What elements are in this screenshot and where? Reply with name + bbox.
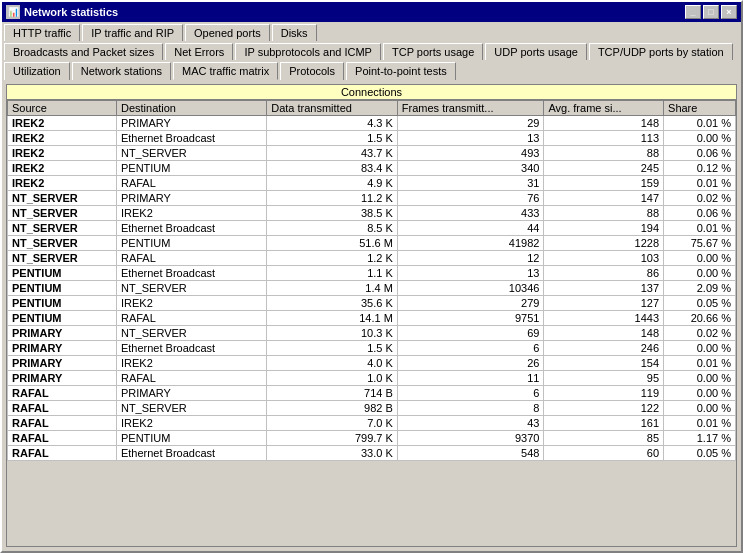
cell-source: NT_SERVER <box>8 206 117 221</box>
cell-frames: 8 <box>397 401 544 416</box>
cell-frames: 29 <box>397 116 544 131</box>
table-row: PENTIUMIREK235.6 K2791270.05 % <box>8 296 736 311</box>
cell-destination: Ethernet Broadcast <box>116 266 266 281</box>
cell-destination: NT_SERVER <box>116 326 266 341</box>
tab-network-stations[interactable]: Network stations <box>72 62 171 80</box>
cell-source: RAFAL <box>8 386 117 401</box>
tabs-row-2: Broadcasts and Packet sizes Net Errors I… <box>2 41 741 60</box>
cell-data: 1.2 K <box>267 251 398 266</box>
tab-tcp-ports-usage[interactable]: TCP ports usage <box>383 43 483 60</box>
table-row: RAFALPENTIUM799.7 K9370851.17 % <box>8 431 736 446</box>
cell-avg: 159 <box>544 176 664 191</box>
close-button[interactable]: × <box>721 5 737 19</box>
tabs-row-3: Utilization Network stations MAC traffic… <box>2 60 741 80</box>
tab-protocols[interactable]: Protocols <box>280 62 344 80</box>
cell-source: IREK2 <box>8 161 117 176</box>
maximize-button[interactable]: □ <box>703 5 719 19</box>
cell-destination: Ethernet Broadcast <box>116 131 266 146</box>
cell-frames: 6 <box>397 386 544 401</box>
cell-frames: 31 <box>397 176 544 191</box>
cell-source: RAFAL <box>8 401 117 416</box>
cell-frames: 44 <box>397 221 544 236</box>
title-bar: 📊 Network statistics _ □ × <box>2 2 741 22</box>
cell-destination: IREK2 <box>116 296 266 311</box>
cell-destination: NT_SERVER <box>116 281 266 296</box>
minimize-button[interactable]: _ <box>685 5 701 19</box>
cell-frames: 13 <box>397 131 544 146</box>
tab-ip-traffic-rip[interactable]: IP traffic and RIP <box>82 24 183 41</box>
table-row: RAFALNT_SERVER982 B81220.00 % <box>8 401 736 416</box>
cell-share: 0.05 % <box>664 446 736 461</box>
table-row: IREK2Ethernet Broadcast1.5 K131130.00 % <box>8 131 736 146</box>
cell-avg: 88 <box>544 206 664 221</box>
content-area: Connections Source Destination Data tran… <box>2 80 741 551</box>
tab-tcp-udp-ports-station[interactable]: TCP/UDP ports by station <box>589 43 733 60</box>
cell-destination: Ethernet Broadcast <box>116 446 266 461</box>
cell-destination: PENTIUM <box>116 161 266 176</box>
cell-data: 1.4 M <box>267 281 398 296</box>
cell-frames: 43 <box>397 416 544 431</box>
tab-broadcasts-packet-sizes[interactable]: Broadcasts and Packet sizes <box>4 43 163 60</box>
cell-avg: 60 <box>544 446 664 461</box>
cell-avg: 113 <box>544 131 664 146</box>
window-title: Network statistics <box>24 6 118 18</box>
cell-data: 35.6 K <box>267 296 398 311</box>
cell-avg: 246 <box>544 341 664 356</box>
cell-data: 714 B <box>267 386 398 401</box>
cell-data: 11.2 K <box>267 191 398 206</box>
table-row: PENTIUMNT_SERVER1.4 M103461372.09 % <box>8 281 736 296</box>
cell-destination: IREK2 <box>116 206 266 221</box>
tab-point-to-point-tests[interactable]: Point-to-point tests <box>346 62 456 80</box>
cell-source: IREK2 <box>8 176 117 191</box>
tab-ip-subprotocols-icmp[interactable]: IP subprotocols and ICMP <box>235 43 381 60</box>
cell-data: 1.1 K <box>267 266 398 281</box>
cell-destination: RAFAL <box>116 371 266 386</box>
cell-share: 0.01 % <box>664 221 736 236</box>
title-bar-controls: _ □ × <box>685 5 737 19</box>
connections-table-container[interactable]: Source Destination Data transmitted Fram… <box>6 99 737 547</box>
cell-frames: 41982 <box>397 236 544 251</box>
table-row: PRIMARYEthernet Broadcast1.5 K62460.00 % <box>8 341 736 356</box>
table-row: PENTIUMRAFAL14.1 M9751144320.66 % <box>8 311 736 326</box>
cell-data: 38.5 K <box>267 206 398 221</box>
cell-source: IREK2 <box>8 116 117 131</box>
cell-data: 1.5 K <box>267 131 398 146</box>
cell-data: 51.6 M <box>267 236 398 251</box>
cell-data: 83.4 K <box>267 161 398 176</box>
cell-avg: 85 <box>544 431 664 446</box>
cell-avg: 245 <box>544 161 664 176</box>
cell-destination: PRIMARY <box>116 386 266 401</box>
cell-share: 0.01 % <box>664 176 736 191</box>
cell-frames: 69 <box>397 326 544 341</box>
tab-utilization[interactable]: Utilization <box>4 62 70 80</box>
cell-data: 10.3 K <box>267 326 398 341</box>
cell-avg: 122 <box>544 401 664 416</box>
tab-mac-traffic-matrix[interactable]: MAC traffic matrix <box>173 62 278 80</box>
cell-avg: 1228 <box>544 236 664 251</box>
table-row: PENTIUMEthernet Broadcast1.1 K13860.00 % <box>8 266 736 281</box>
tab-net-errors[interactable]: Net Errors <box>165 43 233 60</box>
cell-avg: 147 <box>544 191 664 206</box>
cell-avg: 127 <box>544 296 664 311</box>
main-window: 📊 Network statistics _ □ × HTTP traffic … <box>0 0 743 553</box>
cell-source: PRIMARY <box>8 371 117 386</box>
cell-avg: 194 <box>544 221 664 236</box>
connections-table: Source Destination Data transmitted Fram… <box>7 100 736 461</box>
cell-destination: PRIMARY <box>116 191 266 206</box>
window-icon: 📊 <box>6 5 20 19</box>
col-destination: Destination <box>116 101 266 116</box>
col-share: Share <box>664 101 736 116</box>
cell-share: 75.67 % <box>664 236 736 251</box>
tab-http-traffic[interactable]: HTTP traffic <box>4 24 80 41</box>
table-row: RAFALPRIMARY714 B61190.00 % <box>8 386 736 401</box>
cell-data: 33.0 K <box>267 446 398 461</box>
tab-udp-ports-usage[interactable]: UDP ports usage <box>485 43 587 60</box>
cell-frames: 11 <box>397 371 544 386</box>
cell-destination: PRIMARY <box>116 116 266 131</box>
cell-avg: 148 <box>544 116 664 131</box>
tab-opened-ports[interactable]: Opened ports <box>185 24 270 41</box>
cell-source: RAFAL <box>8 431 117 446</box>
cell-frames: 12 <box>397 251 544 266</box>
cell-source: RAFAL <box>8 446 117 461</box>
tab-disks[interactable]: Disks <box>272 24 317 41</box>
